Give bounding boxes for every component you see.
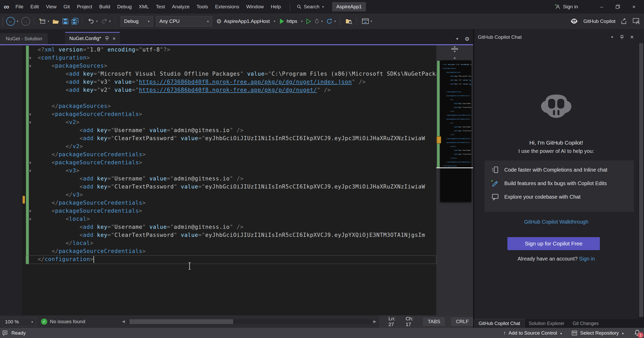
copilot-sign-in-link[interactable]: Sign in <box>579 256 595 262</box>
new-project-button[interactable]: ▼ <box>39 18 50 25</box>
line-ending-indicator[interactable]: CRLF <box>451 317 473 326</box>
issues-status[interactable]: No issues found <box>50 319 85 324</box>
code-line[interactable]: </packageSources> <box>0 102 436 110</box>
undo-button[interactable]: ▼ <box>88 18 98 25</box>
navigate-forward-button[interactable]: → <box>21 17 30 26</box>
copilot-walkthrough-link[interactable]: GitHub Copilot Walkthrough <box>474 219 638 225</box>
fold-chevron-icon[interactable]: ∨ <box>29 167 34 175</box>
github-copilot-icon[interactable] <box>570 18 578 25</box>
code-line[interactable]: </configuration> <box>0 255 436 263</box>
menu-git[interactable]: Git <box>64 4 70 10</box>
scroll-left-icon[interactable]: ◀ <box>122 319 125 323</box>
navigate-backward-button[interactable]: ←▼ <box>6 17 19 26</box>
window-menu-icon[interactable]: ▼ <box>611 35 614 39</box>
redo-button[interactable]: ▼ <box>101 18 111 25</box>
add-to-source-control-button[interactable]: ↑ Add to Source Control ▲ <box>504 330 562 336</box>
horizontal-scrollbar[interactable] <box>128 319 372 324</box>
code-line[interactable]: <add key="v3" value="https://673686bd40f… <box>0 78 436 86</box>
menu-edit[interactable]: Edit <box>30 4 39 10</box>
tab-github-copilot-chat[interactable]: GitHub Copilot Chat <box>474 319 525 328</box>
indent-mode-indicator[interactable]: TABS <box>423 317 445 326</box>
menu-analyze[interactable]: Analyze <box>172 4 190 10</box>
code-line[interactable]: </local> <box>0 239 436 247</box>
code-line[interactable]: <add key="Microsoft Visual Studio Offlin… <box>0 70 436 78</box>
menu-file[interactable]: File <box>15 4 23 10</box>
toolbar-grip[interactable] <box>2 17 4 26</box>
code-line[interactable]: <add key="v2" value="https://673686bd40f… <box>0 86 436 94</box>
code-line[interactable]: ∨ <local> <box>0 215 436 223</box>
close-tab-icon[interactable]: × <box>113 36 116 42</box>
solution-configuration-dropdown[interactable]: Debug▼ <box>121 16 153 27</box>
code-line[interactable]: ∨ <packageSourceCredentials> <box>0 207 436 215</box>
select-repository-button[interactable]: Select Repository ▲ <box>571 330 624 336</box>
fold-chevron-icon[interactable]: ∨ <box>29 215 34 223</box>
code-line[interactable]: </packageSourceCredentials> <box>0 199 436 207</box>
code-line[interactable]: ∨ <packageSources> <box>0 62 436 70</box>
code-line[interactable]: ∨ <v3> <box>0 167 436 175</box>
live-share-icon[interactable] <box>633 18 640 25</box>
code-line[interactable]: <add key="ClearTextPassword" value="eyJh… <box>0 231 436 239</box>
save-all-button[interactable] <box>71 18 79 25</box>
code-line[interactable]: </packageSourceCredentials> <box>0 151 436 159</box>
close-button[interactable]: × <box>626 0 642 14</box>
close-panel-icon[interactable]: × <box>630 34 634 41</box>
menu-extensions[interactable]: Extensions <box>215 4 239 10</box>
web-browser-button[interactable]: ▼ <box>362 18 373 24</box>
code-line[interactable]: ∨ <v2> <box>0 118 436 126</box>
minimap-scrollbar[interactable]: ▲ <?xml version="1.0" encoding="utf-8"?>… <box>436 45 473 315</box>
code-line[interactable]: <add key="ClearTextPassword" value="eyJh… <box>0 183 436 191</box>
pin-icon[interactable] <box>105 36 109 41</box>
code-line[interactable]: ∨<configuration> <box>0 54 436 62</box>
menu-window[interactable]: Window <box>246 4 264 10</box>
chevron-down-icon[interactable]: ▼ <box>96 20 98 23</box>
code-line[interactable]: <add key="ClearTextPassword" value="eyJh… <box>0 134 436 142</box>
fold-chevron-icon[interactable]: ∨ <box>29 207 34 215</box>
start-without-debugging-button[interactable] <box>306 18 311 24</box>
line-indicator[interactable]: Ln: 27 <box>388 316 399 327</box>
zoom-dropdown[interactable]: 100 % ▼ <box>2 317 36 326</box>
code-line[interactable]: <add key="Username" value="admin@gitness… <box>0 126 436 134</box>
find-in-files-button[interactable] <box>345 18 353 25</box>
minimap-preview[interactable]: <?xml version="1.0" encoding="utf-8"?><c… <box>440 60 471 202</box>
scrollbar-thumb[interactable] <box>129 319 233 324</box>
panel-header[interactable]: GitHub Copilot Chat ▼ × <box>474 32 644 43</box>
tab-nuget-solution[interactable]: NuGet - Solution <box>0 33 48 44</box>
code-pane[interactable]: <?xml version="1.0" encoding="utf-8"?>∨<… <box>0 45 436 315</box>
toolbar-overflow-icon[interactable]: ▼ <box>370 20 373 23</box>
menu-test[interactable]: Test <box>156 4 165 10</box>
save-button[interactable] <box>62 18 69 25</box>
menu-view[interactable]: View <box>46 4 57 10</box>
chevron-down-icon[interactable]: ▼ <box>16 20 19 23</box>
panel-scrollbar[interactable] <box>638 43 644 319</box>
run-profile-dropdown[interactable]: https ▼ <box>287 18 303 24</box>
menu-help[interactable]: Help <box>271 4 281 10</box>
code-line[interactable]: </v3> <box>0 191 436 199</box>
chevron-down-icon[interactable]: ▼ <box>47 20 50 23</box>
code-line[interactable]: ∨ <packageSourceCredentials> <box>0 110 436 118</box>
search-control[interactable]: Search ▼ <box>297 4 324 10</box>
menu-build[interactable]: Build <box>99 4 110 10</box>
notifications-button[interactable]: 1 <box>634 329 641 337</box>
code-line[interactable] <box>0 94 436 102</box>
fold-chevron-icon[interactable]: ∨ <box>29 54 34 62</box>
github-copilot-label[interactable]: GitHub Copilot <box>583 18 615 24</box>
sign-in-button[interactable]: Sign in <box>555 4 578 10</box>
active-files-dropdown-icon[interactable]: ▼ <box>455 37 459 41</box>
code-line[interactable]: </packageSourceCredentials> <box>0 247 436 255</box>
chevron-down-icon[interactable]: ▼ <box>109 20 111 23</box>
restore-button[interactable] <box>610 0 626 14</box>
project-badge[interactable]: AspireApp1 <box>332 2 366 11</box>
code-line[interactable]: ∨ <packageSourceCredentials> <box>0 159 436 167</box>
minimap-viewport-marker[interactable] <box>437 136 441 144</box>
chevron-down-icon[interactable]: ▼ <box>321 20 323 23</box>
minimize-button[interactable]: – <box>594 0 610 14</box>
solution-platform-dropdown[interactable]: Any CPU▼ <box>156 16 212 27</box>
splitter-handle-icon[interactable] <box>436 46 473 53</box>
tab-nuget-config[interactable]: NuGet.Config* × <box>65 32 120 44</box>
menu-tools[interactable]: Tools <box>197 4 208 10</box>
menu-xml[interactable]: XML <box>139 4 149 10</box>
scrollbar-thumb[interactable] <box>639 43 643 317</box>
start-debugging-icon[interactable] <box>280 19 284 24</box>
menu-project[interactable]: Project <box>77 4 92 10</box>
code-editor[interactable]: <?xml version="1.0" encoding="utf-8"?>∨<… <box>0 45 473 315</box>
